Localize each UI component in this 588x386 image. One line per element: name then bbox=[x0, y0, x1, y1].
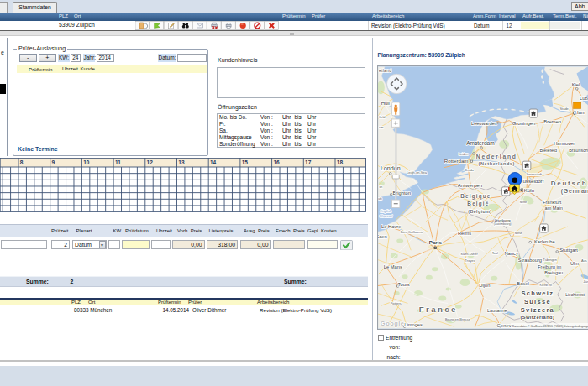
svg-text:Poitiers: Poitiers bbox=[390, 300, 401, 305]
svg-text:English: English bbox=[380, 208, 391, 212]
svg-text:Lüb: Lüb bbox=[580, 95, 588, 100]
svg-text:Stuttgart: Stuttgart bbox=[559, 248, 578, 253]
svg-text:(Belgium): (Belgium) bbox=[468, 209, 491, 214]
svg-text:London: London bbox=[380, 164, 400, 171]
svg-text:Channel: Channel bbox=[379, 213, 393, 217]
svg-text:11: 11 bbox=[115, 159, 121, 165]
svg-text:18: 18 bbox=[337, 159, 344, 165]
svg-text:Deutschland: Deutschland bbox=[550, 179, 588, 186]
svg-text:Le Mans: Le Mans bbox=[383, 264, 402, 269]
svg-text:(Germany): (Germany) bbox=[560, 188, 588, 195]
svg-text:Karlsruhe: Karlsruhe bbox=[534, 238, 555, 243]
svg-text:Lëtzebuerg: Lëtzebuerg bbox=[494, 218, 510, 222]
svg-text:Aus: Aus bbox=[581, 258, 587, 262]
svg-text:Limoges: Limoges bbox=[404, 322, 423, 327]
svg-text:Kiel: Kiel bbox=[571, 82, 580, 87]
svg-text:Svizzera: Svizzera bbox=[520, 305, 554, 313]
svg-text:on: on bbox=[379, 185, 382, 189]
svg-text:Bois-Guillaume: Bois-Guillaume bbox=[400, 229, 423, 233]
svg-text:Toul: Toul bbox=[491, 251, 497, 255]
svg-text:Frankfurt: Frankfurt bbox=[543, 200, 562, 205]
svg-text:Bremen: Bremen bbox=[543, 118, 561, 123]
svg-text:Mitte: Mitte bbox=[519, 199, 527, 203]
svg-text:15: 15 bbox=[242, 159, 249, 165]
svg-text:Stade: Stade bbox=[559, 106, 569, 110]
svg-text:17: 17 bbox=[305, 159, 312, 165]
svg-text:Suisse: Suisse bbox=[523, 297, 550, 305]
svg-text:Google: Google bbox=[380, 320, 404, 327]
svg-text:Innenstadt: Innenstadt bbox=[526, 171, 542, 175]
svg-text:Kleinb. St: Kleinb. St bbox=[539, 283, 551, 286]
svg-text:16: 16 bbox=[273, 159, 280, 165]
svg-text:België: België bbox=[467, 201, 489, 207]
svg-text:Groningen: Groningen bbox=[512, 120, 535, 125]
svg-text:am: am bbox=[379, 124, 384, 128]
svg-text:(Luxembourg): (Luxembourg) bbox=[493, 222, 511, 226]
svg-text:Köln: Köln bbox=[523, 186, 534, 192]
svg-text:Lausanne: Lausanne bbox=[487, 307, 507, 312]
svg-text:Freiburg im: Freiburg im bbox=[538, 264, 561, 269]
svg-text:8: 8 bbox=[20, 159, 24, 165]
svg-text:Dijon: Dijon bbox=[479, 283, 490, 288]
svg-text:Nederland: Nederland bbox=[475, 153, 517, 159]
svg-text:Strasbourg: Strasbourg bbox=[517, 257, 541, 262]
svg-text:Ham: Ham bbox=[575, 110, 585, 115]
svg-text:uth: uth bbox=[377, 196, 381, 200]
svg-text:Saint-Dizier: Saint-Dizier bbox=[460, 252, 478, 256]
svg-text:10: 10 bbox=[83, 159, 90, 165]
svg-text:Braunschw: Braunschw bbox=[569, 147, 588, 152]
svg-text:Breisgau: Breisgau bbox=[544, 269, 563, 274]
svg-text:14: 14 bbox=[210, 159, 217, 165]
svg-text:Nutzungsbedingungen: Nutzungsbedingungen bbox=[564, 324, 588, 327]
svg-text:Bourg-en-Bresse: Bourg-en-Bresse bbox=[444, 317, 470, 321]
svg-text:France: France bbox=[418, 304, 457, 313]
svg-text:Hannover: Hannover bbox=[554, 140, 575, 145]
svg-text:Breda: Breda bbox=[465, 168, 474, 172]
svg-text:Rotterdam: Rotterdam bbox=[444, 158, 468, 164]
svg-text:Paris: Paris bbox=[428, 239, 442, 245]
svg-text:Tours: Tours bbox=[397, 281, 409, 286]
svg-text:Belgique: Belgique bbox=[460, 193, 491, 200]
svg-text:üsseldorf: üsseldorf bbox=[522, 178, 543, 184]
svg-text:Kartendaten © GeoBasis-DE/BKG: Kartendaten © GeoBasis-DE/BKG (©2009) bbox=[512, 324, 563, 327]
svg-text:Reims: Reims bbox=[458, 230, 471, 235]
svg-text:Liechtenst: Liechtenst bbox=[565, 293, 585, 297]
svg-text:Leeuwarden: Leeuwarden bbox=[471, 121, 497, 126]
svg-text:Le Havre: Le Havre bbox=[381, 224, 401, 229]
svg-text:(Switzerland): (Switzerland) bbox=[520, 314, 554, 319]
svg-text:Troyes: Troyes bbox=[465, 258, 475, 263]
svg-text:Metz: Metz bbox=[514, 230, 522, 234]
svg-text:etland: etland bbox=[378, 69, 391, 73]
svg-text:Nancy: Nancy bbox=[504, 251, 517, 256]
svg-text:Caen: Caen bbox=[377, 234, 387, 239]
svg-text:field: field bbox=[379, 114, 385, 118]
svg-text:Hull: Hull bbox=[381, 100, 389, 105]
svg-text:Tübingen: Tübingen bbox=[543, 258, 556, 262]
svg-text:Bielefeld: Bielefeld bbox=[539, 147, 557, 152]
svg-text:(Netherlands): (Netherlands) bbox=[478, 161, 515, 166]
svg-text:Ulm: Ulm bbox=[570, 261, 579, 266]
svg-text:13: 13 bbox=[178, 159, 185, 165]
svg-text:Zür: Zür bbox=[583, 279, 588, 283]
svg-text:Leigh-on-Sea: Leigh-on-Sea bbox=[407, 170, 428, 175]
svg-text:12: 12 bbox=[147, 159, 154, 165]
svg-text:Leiden: Leiden bbox=[458, 152, 468, 156]
svg-text:Basel: Basel bbox=[517, 281, 528, 286]
svg-text:Amsterdam: Amsterdam bbox=[466, 140, 495, 146]
svg-text:Schweiz: Schweiz bbox=[521, 290, 554, 297]
svg-text:Antwerpen: Antwerpen bbox=[457, 182, 482, 188]
svg-text:am Main: am Main bbox=[544, 205, 562, 210]
svg-text:9: 9 bbox=[52, 159, 55, 165]
